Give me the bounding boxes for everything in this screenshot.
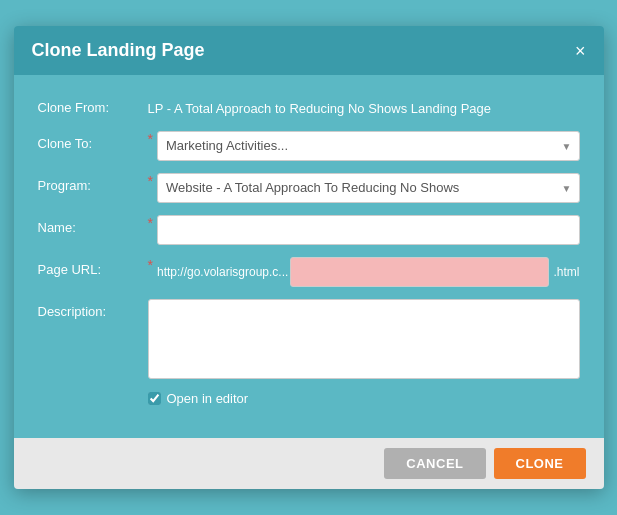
name-field: *	[148, 215, 580, 245]
clone-from-label: Clone From:	[38, 95, 148, 115]
clone-to-row: Clone To: * Marketing Activities... ▼	[38, 131, 580, 161]
name-row: Name: *	[38, 215, 580, 245]
required-star-url: *	[148, 257, 153, 273]
clone-from-row: Clone From: LP - A Total Approach to Red…	[38, 95, 580, 118]
page-url-field: * http://go.volarisgroup.c... .html	[148, 257, 580, 287]
page-url-label: Page URL:	[38, 257, 148, 277]
open-in-editor-label[interactable]: Open in editor	[167, 391, 249, 406]
description-row: Description:	[38, 299, 580, 379]
required-star-program: *	[148, 173, 153, 189]
required-star-clone-to: *	[148, 131, 153, 147]
clone-to-field: * Marketing Activities... ▼	[148, 131, 580, 161]
program-select-wrapper: Website - A Total Approach To Reducing N…	[157, 173, 580, 203]
clone-to-select[interactable]: Marketing Activities...	[157, 131, 580, 161]
program-select[interactable]: Website - A Total Approach To Reducing N…	[157, 173, 580, 203]
close-button[interactable]: ×	[575, 42, 586, 60]
modal-title: Clone Landing Page	[32, 40, 205, 61]
clone-to-label: Clone To:	[38, 131, 148, 151]
description-label: Description:	[38, 299, 148, 319]
url-input[interactable]	[290, 257, 549, 287]
clone-to-select-wrapper: Marketing Activities... ▼	[157, 131, 580, 161]
page-url-row: Page URL: * http://go.volarisgroup.c... …	[38, 257, 580, 287]
program-row: Program: * Website - A Total Approach To…	[38, 173, 580, 203]
description-textarea[interactable]	[148, 299, 580, 379]
name-label: Name:	[38, 215, 148, 235]
clone-button[interactable]: CLONE	[494, 448, 586, 479]
url-prefix: http://go.volarisgroup.c...	[157, 265, 288, 279]
open-in-editor-checkbox[interactable]	[148, 392, 161, 405]
cancel-button[interactable]: CANCEL	[384, 448, 485, 479]
program-field: * Website - A Total Approach To Reducing…	[148, 173, 580, 203]
url-row: http://go.volarisgroup.c... .html	[157, 257, 580, 287]
open-in-editor-row: Open in editor	[148, 391, 580, 406]
clone-landing-page-modal: Clone Landing Page × Clone From: LP - A …	[14, 26, 604, 488]
program-label: Program:	[38, 173, 148, 193]
modal-body: Clone From: LP - A Total Approach to Red…	[14, 75, 604, 437]
modal-footer: CANCEL CLONE	[14, 438, 604, 489]
required-star-name: *	[148, 215, 153, 231]
url-suffix: .html	[553, 265, 579, 279]
name-input[interactable]	[157, 215, 580, 245]
clone-from-value: LP - A Total Approach to Reducing No Sho…	[148, 95, 580, 118]
modal-header: Clone Landing Page ×	[14, 26, 604, 75]
